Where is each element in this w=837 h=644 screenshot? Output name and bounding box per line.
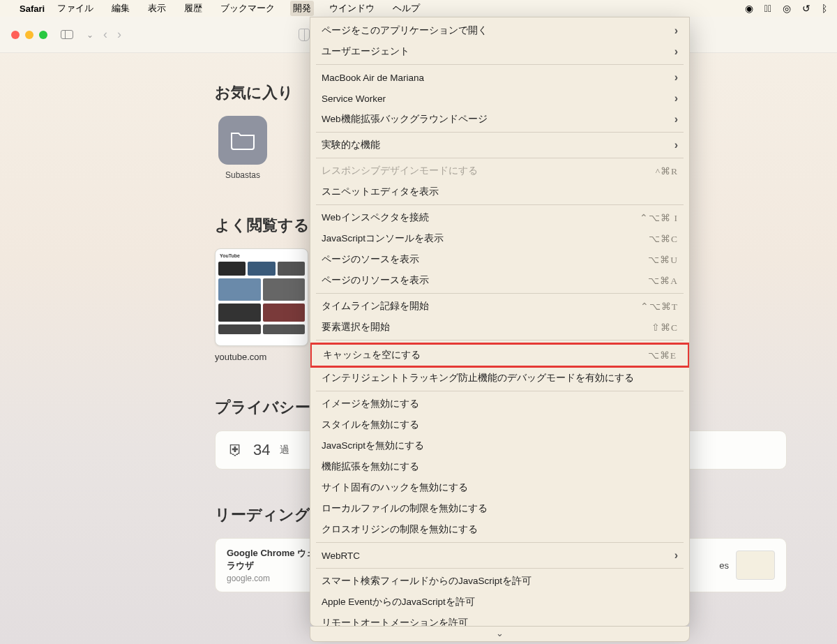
menu-item[interactable]: スタイルを無効にする <box>310 414 689 435</box>
checkmark-circle-icon[interactable]: ✓⃝ <box>764 3 771 14</box>
menu-separator <box>316 293 684 294</box>
menu-scroll-down-icon[interactable]: ⌄ <box>310 627 690 642</box>
shield-icon: ⛨ <box>228 441 243 459</box>
menu-item-label: スニペットエディタを表示 <box>322 186 439 198</box>
menu-item-label: タイムライン記録を開始 <box>322 300 429 313</box>
submenu-arrow-icon: › <box>674 549 678 562</box>
menu-item-label: WebRTC <box>322 551 360 561</box>
menu-item-label: レスポンシブデザインモードにする <box>322 165 478 177</box>
menu-separator <box>316 64 684 65</box>
menu-item[interactable]: 機能拡張を無効にする <box>310 456 689 477</box>
menu-item[interactable]: JavaScriptを無効にする <box>310 435 689 456</box>
menu-item[interactable]: JavaScriptコンソールを表示⌥⌘C <box>310 228 689 249</box>
menu-help[interactable]: ヘルプ <box>390 1 423 16</box>
menu-item[interactable]: サイト固有のハックを無効にする <box>310 477 689 498</box>
bluetooth-icon[interactable]: ᛒ <box>822 3 827 14</box>
menu-item-label: キャッシュを空にする <box>323 349 421 361</box>
folder-icon <box>218 116 267 165</box>
menu-item-label: 要素選択を開始 <box>322 321 390 334</box>
menu-item-label: ローカルファイルの制限を無効にする <box>322 502 488 515</box>
reading-item-source: google.com <box>227 574 315 583</box>
develop-menu-dropdown: ページをこのアプリケーションで開く›ユーザエージェント›MacBook Air … <box>310 17 690 627</box>
menu-item[interactable]: タイムライン記録を開始⌃⌥⌘T <box>310 296 689 317</box>
menu-develop[interactable]: 開発 <box>290 1 314 16</box>
menu-item[interactable]: スマート検索フィールドからのJavaScriptを許可 <box>310 571 689 592</box>
menu-shortcut: ⌥⌘U <box>648 254 678 266</box>
menu-item[interactable]: Web機能拡張バックグラウンドページ› <box>310 109 689 130</box>
close-window-button[interactable] <box>11 31 20 39</box>
reading-thumbnail <box>736 551 775 580</box>
menu-item-label: ページのソースを表示 <box>322 253 419 266</box>
menu-separator <box>316 204 684 205</box>
submenu-arrow-icon: › <box>674 45 678 58</box>
menu-item-label: ユーザエージェント <box>322 45 409 58</box>
menu-item[interactable]: ページのリソースを表示⌥⌘A <box>310 270 689 291</box>
thumbnail-title: YouTube <box>220 253 240 258</box>
menu-item[interactable]: 要素選択を開始⇧⌘C <box>310 317 689 338</box>
menu-item-label: スマート検索フィールドからのJavaScriptを許可 <box>322 575 531 587</box>
menu-item[interactable]: Service Worker› <box>310 88 689 109</box>
menu-shortcut: ⌥⌘C <box>649 233 678 245</box>
menu-shortcut: ⌃⌥⌘T <box>640 301 678 313</box>
menu-edit[interactable]: 編集 <box>109 1 133 16</box>
menu-item[interactable]: ページをこのアプリケーションで開く› <box>310 20 689 41</box>
forward-button[interactable]: › <box>117 27 121 42</box>
menu-item[interactable]: 実験的な機能› <box>310 135 689 156</box>
menu-item-label: ページのリソースを表示 <box>322 274 429 287</box>
menu-item[interactable]: クロスオリジンの制限を無効にする <box>310 519 689 540</box>
menu-item[interactable]: スニペットエディタを表示 <box>310 181 689 202</box>
menu-separator <box>316 391 684 391</box>
menu-item[interactable]: ページのソースを表示⌥⌘U <box>310 249 689 270</box>
highlighted-menu-item[interactable]: キャッシュを空にする⌥⌘E <box>310 343 690 368</box>
menu-item: レスポンシブデザインモードにする^⌘R <box>310 160 689 181</box>
menu-item[interactable]: Apple EventからのJavaScriptを許可 <box>310 592 689 613</box>
menu-shortcut: ⇧⌘C <box>651 322 678 334</box>
fullscreen-window-button[interactable] <box>39 31 47 39</box>
menu-item[interactable]: インテリジェントトラッキング防止機能のデバッグモードを有効にする <box>310 368 689 389</box>
back-button[interactable]: ‹ <box>103 27 107 42</box>
menu-item[interactable]: ユーザエージェント› <box>310 41 689 62</box>
airdrop-icon[interactable]: ◎ <box>783 3 791 14</box>
menu-item-label: イメージを無効にする <box>322 398 419 410</box>
frequent-thumbnail: YouTube <box>215 248 308 346</box>
menu-shortcut: ⌥⌘E <box>648 350 677 361</box>
menu-item[interactable]: WebRTC› <box>310 545 689 566</box>
app-name[interactable]: Safari <box>20 3 45 14</box>
favorite-item[interactable]: Subastas <box>215 116 271 180</box>
menu-item[interactable]: Webインスペクタを接続⌃⌥⌘ I <box>310 207 689 228</box>
chevron-down-icon[interactable]: ⌄ <box>86 30 93 40</box>
macos-menubar: Safari ファイル 編集 表示 履歴 ブックマーク 開発 ウインドウ ヘルプ… <box>0 0 837 17</box>
submenu-arrow-icon: › <box>674 92 678 105</box>
menu-bookmarks[interactable]: ブックマーク <box>218 1 278 16</box>
menu-separator <box>316 132 684 133</box>
menu-item[interactable]: ローカルファイルの制限を無効にする <box>310 498 689 519</box>
menu-item-label: スタイルを無効にする <box>322 419 419 431</box>
menu-item[interactable]: キャッシュを空にする⌥⌘E <box>312 345 688 366</box>
minimize-window-button[interactable] <box>25 31 33 39</box>
menu-separator <box>316 158 684 158</box>
menu-history[interactable]: 履歴 <box>181 1 205 16</box>
privacy-text: 過 <box>280 444 289 456</box>
menu-separator <box>316 568 684 569</box>
favorite-label: Subastas <box>225 170 260 180</box>
menu-file[interactable]: ファイル <box>54 1 96 16</box>
tracker-count: 34 <box>253 441 270 459</box>
menu-item[interactable]: イメージを無効にする <box>310 394 689 414</box>
menu-separator <box>316 542 684 543</box>
reading-item-title: Google Chrome ウェラウザ <box>227 547 315 572</box>
menu-shortcut: ⌃⌥⌘ I <box>640 212 678 224</box>
menu-item[interactable]: リモートオートメーションを許可 <box>310 613 689 627</box>
menu-window[interactable]: ウインドウ <box>326 1 377 16</box>
reading-right-label: es <box>719 560 729 571</box>
record-icon[interactable]: ◉ <box>745 3 753 14</box>
menu-item-label: JavaScriptコンソールを表示 <box>322 232 444 245</box>
menu-item-label: クロスオリジンの制限を無効にする <box>322 523 478 536</box>
submenu-arrow-icon: › <box>674 71 678 84</box>
menu-item[interactable]: MacBook Air de Mariana› <box>310 67 689 88</box>
menu-item-label: ページをこのアプリケーションで開く <box>322 24 488 37</box>
menu-item-label: MacBook Air de Mariana <box>322 73 424 83</box>
timemachine-icon[interactable]: ↺ <box>802 3 810 14</box>
menu-view[interactable]: 表示 <box>145 1 169 16</box>
menu-item-label: リモートオートメーションを許可 <box>322 617 468 627</box>
sidebar-toggle-button[interactable] <box>57 27 77 43</box>
